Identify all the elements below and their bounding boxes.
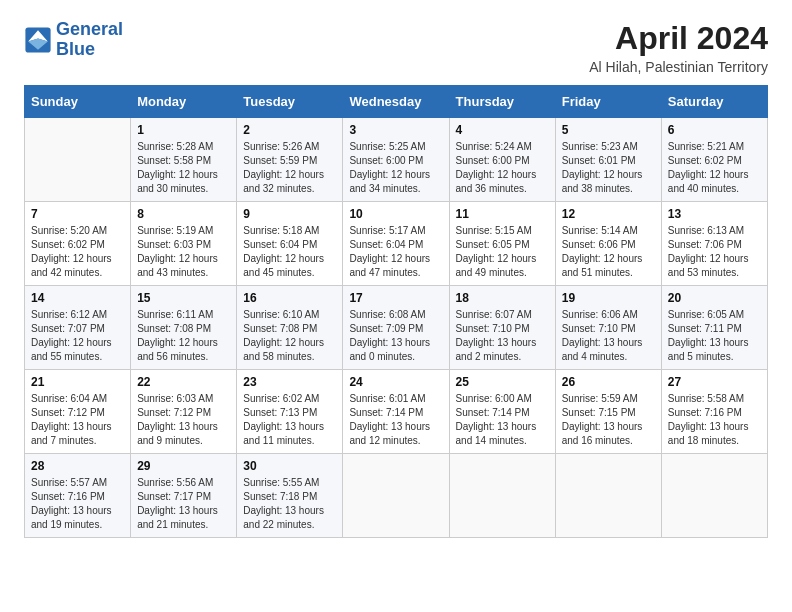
header-cell-sunday: Sunday — [25, 86, 131, 118]
calendar-cell: 13Sunrise: 6:13 AM Sunset: 7:06 PM Dayli… — [661, 202, 767, 286]
cell-content: Sunrise: 6:13 AM Sunset: 7:06 PM Dayligh… — [668, 224, 761, 280]
cell-content: Sunrise: 6:04 AM Sunset: 7:12 PM Dayligh… — [31, 392, 124, 448]
calendar-cell: 16Sunrise: 6:10 AM Sunset: 7:08 PM Dayli… — [237, 286, 343, 370]
day-number: 18 — [456, 291, 549, 305]
week-row-2: 7Sunrise: 5:20 AM Sunset: 6:02 PM Daylig… — [25, 202, 768, 286]
month-title: April 2024 — [589, 20, 768, 57]
cell-content: Sunrise: 5:28 AM Sunset: 5:58 PM Dayligh… — [137, 140, 230, 196]
cell-content: Sunrise: 5:57 AM Sunset: 7:16 PM Dayligh… — [31, 476, 124, 532]
week-row-5: 28Sunrise: 5:57 AM Sunset: 7:16 PM Dayli… — [25, 454, 768, 538]
calendar-cell: 23Sunrise: 6:02 AM Sunset: 7:13 PM Dayli… — [237, 370, 343, 454]
cell-content: Sunrise: 5:20 AM Sunset: 6:02 PM Dayligh… — [31, 224, 124, 280]
day-number: 7 — [31, 207, 124, 221]
calendar-cell: 8Sunrise: 5:19 AM Sunset: 6:03 PM Daylig… — [131, 202, 237, 286]
calendar-cell: 14Sunrise: 6:12 AM Sunset: 7:07 PM Dayli… — [25, 286, 131, 370]
cell-content: Sunrise: 5:19 AM Sunset: 6:03 PM Dayligh… — [137, 224, 230, 280]
calendar-cell: 5Sunrise: 5:23 AM Sunset: 6:01 PM Daylig… — [555, 118, 661, 202]
calendar-cell: 20Sunrise: 6:05 AM Sunset: 7:11 PM Dayli… — [661, 286, 767, 370]
day-number: 26 — [562, 375, 655, 389]
header-cell-wednesday: Wednesday — [343, 86, 449, 118]
calendar-cell: 4Sunrise: 5:24 AM Sunset: 6:00 PM Daylig… — [449, 118, 555, 202]
calendar-cell: 22Sunrise: 6:03 AM Sunset: 7:12 PM Dayli… — [131, 370, 237, 454]
cell-content: Sunrise: 5:25 AM Sunset: 6:00 PM Dayligh… — [349, 140, 442, 196]
cell-content: Sunrise: 5:56 AM Sunset: 7:17 PM Dayligh… — [137, 476, 230, 532]
cell-content: Sunrise: 6:00 AM Sunset: 7:14 PM Dayligh… — [456, 392, 549, 448]
week-row-4: 21Sunrise: 6:04 AM Sunset: 7:12 PM Dayli… — [25, 370, 768, 454]
calendar-cell: 21Sunrise: 6:04 AM Sunset: 7:12 PM Dayli… — [25, 370, 131, 454]
week-row-3: 14Sunrise: 6:12 AM Sunset: 7:07 PM Dayli… — [25, 286, 768, 370]
day-number: 25 — [456, 375, 549, 389]
cell-content: Sunrise: 6:02 AM Sunset: 7:13 PM Dayligh… — [243, 392, 336, 448]
day-number: 16 — [243, 291, 336, 305]
cell-content: Sunrise: 6:12 AM Sunset: 7:07 PM Dayligh… — [31, 308, 124, 364]
day-number: 29 — [137, 459, 230, 473]
calendar-cell: 25Sunrise: 6:00 AM Sunset: 7:14 PM Dayli… — [449, 370, 555, 454]
header-cell-monday: Monday — [131, 86, 237, 118]
day-number: 9 — [243, 207, 336, 221]
calendar-cell: 7Sunrise: 5:20 AM Sunset: 6:02 PM Daylig… — [25, 202, 131, 286]
calendar-cell: 17Sunrise: 6:08 AM Sunset: 7:09 PM Dayli… — [343, 286, 449, 370]
cell-content: Sunrise: 5:23 AM Sunset: 6:01 PM Dayligh… — [562, 140, 655, 196]
page-header: General Blue April 2024 Al Hilah, Palest… — [24, 20, 768, 75]
day-number: 5 — [562, 123, 655, 137]
calendar-cell — [449, 454, 555, 538]
header-cell-saturday: Saturday — [661, 86, 767, 118]
cell-content: Sunrise: 5:58 AM Sunset: 7:16 PM Dayligh… — [668, 392, 761, 448]
cell-content: Sunrise: 5:17 AM Sunset: 6:04 PM Dayligh… — [349, 224, 442, 280]
day-number: 1 — [137, 123, 230, 137]
header-cell-tuesday: Tuesday — [237, 86, 343, 118]
day-number: 15 — [137, 291, 230, 305]
day-number: 10 — [349, 207, 442, 221]
logo-icon — [24, 26, 52, 54]
cell-content: Sunrise: 5:26 AM Sunset: 5:59 PM Dayligh… — [243, 140, 336, 196]
logo: General Blue — [24, 20, 123, 60]
cell-content: Sunrise: 5:55 AM Sunset: 7:18 PM Dayligh… — [243, 476, 336, 532]
day-number: 2 — [243, 123, 336, 137]
day-number: 12 — [562, 207, 655, 221]
day-number: 8 — [137, 207, 230, 221]
cell-content: Sunrise: 6:08 AM Sunset: 7:09 PM Dayligh… — [349, 308, 442, 364]
calendar-cell: 24Sunrise: 6:01 AM Sunset: 7:14 PM Dayli… — [343, 370, 449, 454]
cell-content: Sunrise: 5:21 AM Sunset: 6:02 PM Dayligh… — [668, 140, 761, 196]
day-number: 28 — [31, 459, 124, 473]
day-number: 22 — [137, 375, 230, 389]
cell-content: Sunrise: 6:07 AM Sunset: 7:10 PM Dayligh… — [456, 308, 549, 364]
calendar-cell: 19Sunrise: 6:06 AM Sunset: 7:10 PM Dayli… — [555, 286, 661, 370]
calendar-table: SundayMondayTuesdayWednesdayThursdayFrid… — [24, 85, 768, 538]
day-number: 17 — [349, 291, 442, 305]
cell-content: Sunrise: 6:06 AM Sunset: 7:10 PM Dayligh… — [562, 308, 655, 364]
day-number: 20 — [668, 291, 761, 305]
calendar-cell: 9Sunrise: 5:18 AM Sunset: 6:04 PM Daylig… — [237, 202, 343, 286]
calendar-body: 1Sunrise: 5:28 AM Sunset: 5:58 PM Daylig… — [25, 118, 768, 538]
day-number: 14 — [31, 291, 124, 305]
header-cell-thursday: Thursday — [449, 86, 555, 118]
cell-content: Sunrise: 5:18 AM Sunset: 6:04 PM Dayligh… — [243, 224, 336, 280]
calendar-cell: 2Sunrise: 5:26 AM Sunset: 5:59 PM Daylig… — [237, 118, 343, 202]
day-number: 6 — [668, 123, 761, 137]
calendar-cell: 3Sunrise: 5:25 AM Sunset: 6:00 PM Daylig… — [343, 118, 449, 202]
day-number: 21 — [31, 375, 124, 389]
cell-content: Sunrise: 5:15 AM Sunset: 6:05 PM Dayligh… — [456, 224, 549, 280]
title-block: April 2024 Al Hilah, Palestinian Territo… — [589, 20, 768, 75]
cell-content: Sunrise: 5:24 AM Sunset: 6:00 PM Dayligh… — [456, 140, 549, 196]
calendar-cell — [343, 454, 449, 538]
calendar-cell: 11Sunrise: 5:15 AM Sunset: 6:05 PM Dayli… — [449, 202, 555, 286]
day-number: 3 — [349, 123, 442, 137]
calendar-cell: 28Sunrise: 5:57 AM Sunset: 7:16 PM Dayli… — [25, 454, 131, 538]
day-number: 11 — [456, 207, 549, 221]
cell-content: Sunrise: 5:14 AM Sunset: 6:06 PM Dayligh… — [562, 224, 655, 280]
day-number: 23 — [243, 375, 336, 389]
calendar-cell — [661, 454, 767, 538]
calendar-cell — [555, 454, 661, 538]
day-number: 4 — [456, 123, 549, 137]
calendar-cell: 29Sunrise: 5:56 AM Sunset: 7:17 PM Dayli… — [131, 454, 237, 538]
cell-content: Sunrise: 6:03 AM Sunset: 7:12 PM Dayligh… — [137, 392, 230, 448]
calendar-header: SundayMondayTuesdayWednesdayThursdayFrid… — [25, 86, 768, 118]
cell-content: Sunrise: 6:11 AM Sunset: 7:08 PM Dayligh… — [137, 308, 230, 364]
cell-content: Sunrise: 5:59 AM Sunset: 7:15 PM Dayligh… — [562, 392, 655, 448]
week-row-1: 1Sunrise: 5:28 AM Sunset: 5:58 PM Daylig… — [25, 118, 768, 202]
calendar-cell: 30Sunrise: 5:55 AM Sunset: 7:18 PM Dayli… — [237, 454, 343, 538]
calendar-cell: 10Sunrise: 5:17 AM Sunset: 6:04 PM Dayli… — [343, 202, 449, 286]
calendar-cell: 26Sunrise: 5:59 AM Sunset: 7:15 PM Dayli… — [555, 370, 661, 454]
location-title: Al Hilah, Palestinian Territory — [589, 59, 768, 75]
